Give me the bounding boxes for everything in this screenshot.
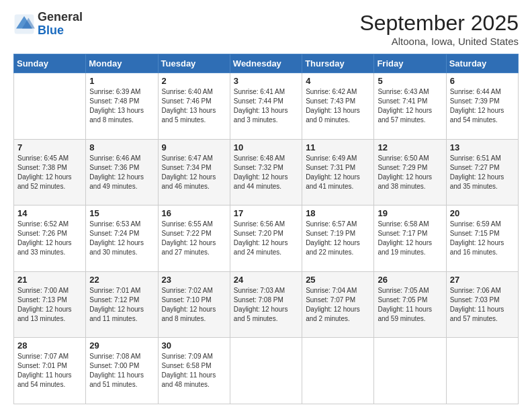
day-info: Sunrise: 6:47 AM Sunset: 7:34 PM Dayligh… [162, 154, 226, 191]
day-info: Sunrise: 7:03 AM Sunset: 7:08 PM Dayligh… [234, 286, 298, 324]
week-row-3: 21Sunrise: 7:00 AM Sunset: 7:13 PM Dayli… [14, 271, 519, 338]
day-number: 21 [17, 275, 82, 285]
day-info: Sunrise: 7:07 AM Sunset: 7:01 PM Dayligh… [17, 352, 82, 390]
week-row-4: 28Sunrise: 7:07 AM Sunset: 7:01 PM Dayli… [14, 338, 519, 404]
day-number: 14 [17, 208, 82, 218]
day-number: 19 [378, 208, 442, 218]
weekday-header-sunday: Sunday [14, 54, 86, 73]
day-number: 24 [234, 275, 298, 285]
calendar-cell: 13Sunrise: 6:51 AM Sunset: 7:27 PM Dayli… [446, 139, 518, 205]
calendar-table: SundayMondayTuesdayWednesdayThursdayFrid… [13, 54, 519, 404]
day-number: 10 [234, 142, 298, 152]
weekday-header-monday: Monday [86, 54, 158, 73]
calendar-cell: 11Sunrise: 6:49 AM Sunset: 7:31 PM Dayli… [302, 139, 374, 205]
day-info: Sunrise: 7:05 AM Sunset: 7:05 PM Dayligh… [378, 286, 442, 324]
day-number: 26 [378, 275, 442, 285]
day-info: Sunrise: 6:56 AM Sunset: 7:20 PM Dayligh… [234, 220, 298, 257]
day-number: 25 [306, 275, 370, 285]
calendar-cell: 30Sunrise: 7:09 AM Sunset: 6:58 PM Dayli… [158, 338, 230, 404]
day-info: Sunrise: 6:48 AM Sunset: 7:32 PM Dayligh… [234, 154, 298, 191]
day-number: 20 [450, 208, 515, 218]
week-row-1: 7Sunrise: 6:45 AM Sunset: 7:38 PM Daylig… [14, 139, 519, 205]
calendar-cell: 9Sunrise: 6:47 AM Sunset: 7:34 PM Daylig… [158, 139, 230, 205]
logo-general: General [38, 11, 83, 24]
weekday-header-tuesday: Tuesday [158, 54, 230, 73]
calendar-cell: 28Sunrise: 7:07 AM Sunset: 7:01 PM Dayli… [14, 338, 86, 404]
calendar-cell: 24Sunrise: 7:03 AM Sunset: 7:08 PM Dayli… [230, 271, 302, 338]
day-number: 1 [89, 76, 154, 86]
day-info: Sunrise: 7:02 AM Sunset: 7:10 PM Dayligh… [162, 286, 226, 324]
calendar-cell: 10Sunrise: 6:48 AM Sunset: 7:32 PM Dayli… [230, 139, 302, 205]
day-info: Sunrise: 6:45 AM Sunset: 7:38 PM Dayligh… [17, 154, 82, 191]
calendar-cell: 6Sunrise: 6:44 AM Sunset: 7:39 PM Daylig… [446, 73, 518, 140]
weekday-header-row: SundayMondayTuesdayWednesdayThursdayFrid… [14, 54, 519, 73]
calendar-cell: 3Sunrise: 6:41 AM Sunset: 7:44 PM Daylig… [230, 73, 302, 140]
day-number: 29 [89, 340, 154, 351]
calendar-cell [14, 73, 86, 140]
calendar-cell: 29Sunrise: 7:08 AM Sunset: 7:00 PM Dayli… [86, 338, 158, 404]
day-info: Sunrise: 7:09 AM Sunset: 6:58 PM Dayligh… [162, 352, 226, 390]
calendar-cell: 4Sunrise: 6:42 AM Sunset: 7:43 PM Daylig… [302, 73, 374, 140]
calendar-cell: 21Sunrise: 7:00 AM Sunset: 7:13 PM Dayli… [14, 271, 86, 338]
day-number: 8 [89, 142, 154, 152]
calendar-cell: 17Sunrise: 6:56 AM Sunset: 7:20 PM Dayli… [230, 205, 302, 272]
weekday-header-thursday: Thursday [302, 54, 374, 73]
day-info: Sunrise: 6:57 AM Sunset: 7:19 PM Dayligh… [306, 220, 370, 257]
day-number: 13 [450, 142, 515, 152]
day-info: Sunrise: 6:55 AM Sunset: 7:22 PM Dayligh… [162, 220, 226, 257]
calendar-cell: 5Sunrise: 6:43 AM Sunset: 7:41 PM Daylig… [374, 73, 446, 140]
calendar-cell [374, 338, 446, 404]
calendar-cell: 20Sunrise: 6:59 AM Sunset: 7:15 PM Dayli… [446, 205, 518, 272]
day-info: Sunrise: 7:06 AM Sunset: 7:03 PM Dayligh… [450, 286, 515, 324]
day-info: Sunrise: 6:49 AM Sunset: 7:31 PM Dayligh… [306, 154, 370, 191]
day-number: 17 [234, 208, 298, 218]
calendar-cell: 7Sunrise: 6:45 AM Sunset: 7:38 PM Daylig… [14, 139, 86, 205]
day-number: 15 [89, 208, 154, 218]
calendar-cell [446, 338, 518, 404]
day-number: 12 [378, 142, 442, 152]
day-number: 7 [17, 142, 82, 152]
weekday-header-friday: Friday [374, 54, 446, 73]
day-info: Sunrise: 6:41 AM Sunset: 7:44 PM Dayligh… [234, 87, 298, 125]
day-info: Sunrise: 7:04 AM Sunset: 7:07 PM Dayligh… [306, 286, 370, 324]
day-number: 4 [306, 76, 370, 86]
calendar-cell: 22Sunrise: 7:01 AM Sunset: 7:12 PM Dayli… [86, 271, 158, 338]
logo-icon [13, 13, 35, 35]
logo: General Blue [13, 11, 83, 38]
calendar-cell: 25Sunrise: 7:04 AM Sunset: 7:07 PM Dayli… [302, 271, 374, 338]
calendar-cell: 19Sunrise: 6:58 AM Sunset: 7:17 PM Dayli… [374, 205, 446, 272]
day-info: Sunrise: 6:43 AM Sunset: 7:41 PM Dayligh… [378, 87, 442, 125]
logo-blue: Blue [38, 24, 83, 38]
day-number: 3 [234, 76, 298, 86]
calendar-page: General Blue September 2025 Altoona, Iow… [0, 0, 532, 411]
day-info: Sunrise: 6:53 AM Sunset: 7:24 PM Dayligh… [89, 220, 154, 257]
calendar-cell [230, 338, 302, 404]
day-number: 2 [162, 76, 226, 86]
calendar-cell: 15Sunrise: 6:53 AM Sunset: 7:24 PM Dayli… [86, 205, 158, 272]
calendar-cell: 26Sunrise: 7:05 AM Sunset: 7:05 PM Dayli… [374, 271, 446, 338]
day-info: Sunrise: 6:44 AM Sunset: 7:39 PM Dayligh… [450, 87, 515, 125]
calendar-cell: 8Sunrise: 6:46 AM Sunset: 7:36 PM Daylig… [86, 139, 158, 205]
title-block: September 2025 Altoona, Iowa, United Sta… [359, 11, 519, 47]
calendar-cell: 23Sunrise: 7:02 AM Sunset: 7:10 PM Dayli… [158, 271, 230, 338]
day-info: Sunrise: 6:50 AM Sunset: 7:29 PM Dayligh… [378, 154, 442, 191]
calendar-cell: 12Sunrise: 6:50 AM Sunset: 7:29 PM Dayli… [374, 139, 446, 205]
day-number: 28 [17, 340, 82, 351]
day-number: 5 [378, 76, 442, 86]
day-number: 6 [450, 76, 515, 86]
week-row-2: 14Sunrise: 6:52 AM Sunset: 7:26 PM Dayli… [14, 205, 519, 272]
header: General Blue September 2025 Altoona, Iow… [13, 11, 519, 47]
calendar-cell: 16Sunrise: 6:55 AM Sunset: 7:22 PM Dayli… [158, 205, 230, 272]
calendar-cell: 1Sunrise: 6:39 AM Sunset: 7:48 PM Daylig… [86, 73, 158, 140]
day-info: Sunrise: 6:46 AM Sunset: 7:36 PM Dayligh… [89, 154, 154, 191]
calendar-cell: 18Sunrise: 6:57 AM Sunset: 7:19 PM Dayli… [302, 205, 374, 272]
day-number: 22 [89, 275, 154, 285]
day-info: Sunrise: 7:00 AM Sunset: 7:13 PM Dayligh… [17, 286, 82, 324]
day-info: Sunrise: 6:39 AM Sunset: 7:48 PM Dayligh… [89, 87, 154, 125]
logo-text: General Blue [38, 11, 83, 38]
day-number: 9 [162, 142, 226, 152]
calendar-cell: 14Sunrise: 6:52 AM Sunset: 7:26 PM Dayli… [14, 205, 86, 272]
day-info: Sunrise: 6:58 AM Sunset: 7:17 PM Dayligh… [378, 220, 442, 257]
day-info: Sunrise: 7:08 AM Sunset: 7:00 PM Dayligh… [89, 352, 154, 390]
day-info: Sunrise: 6:59 AM Sunset: 7:15 PM Dayligh… [450, 220, 515, 257]
